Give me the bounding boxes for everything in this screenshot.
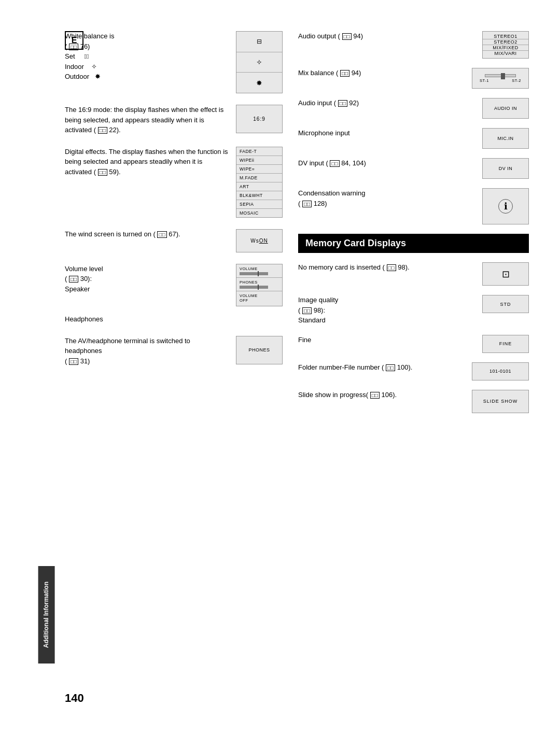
right-column: Audio output ( □□ 94) STEREO1 STEREO2 MI… <box>283 31 529 705</box>
audio-input-text: Audio input ( □□ 92) <box>298 98 475 108</box>
wson-label: WsON <box>250 238 268 244</box>
folder-number-display: 101-0101 <box>472 362 529 380</box>
av-headphone-section: The AV/headphone terminal is switched to… <box>65 336 283 366</box>
image-quality-fine-text: Fine <box>298 335 475 345</box>
av-display: PHONES <box>236 336 283 364</box>
volume-text: Volume level ( □□ 30): Speaker Headphone… <box>65 264 229 324</box>
audio-input-box: AUDIO IN <box>482 98 529 119</box>
digital-effects-text: Digital effects. The display flashes whe… <box>65 147 229 177</box>
audio-output-display: STEREO1 STEREO2 MIX/FIXED MIX/VARI <box>482 31 529 59</box>
condensation-icon: ℹ <box>498 199 513 214</box>
no-memory-display: ⊡ <box>482 262 529 286</box>
no-memory-text: No memory card is inserted ( □□ 98). <box>298 262 475 273</box>
mix-labels: ST-1 ST-2 <box>480 78 521 83</box>
volume-label: VOLUME <box>240 266 279 271</box>
effect-wipeii: WIPEii <box>236 156 282 165</box>
mix-bar-area <box>485 74 516 77</box>
image-quality-std-text: Image quality ( □□ 98): Standard <box>298 295 475 326</box>
phones-label: PHONES <box>240 280 279 285</box>
volume-speaker-row: VOLUME <box>236 264 282 278</box>
phones-bar <box>240 286 268 289</box>
microphone-text: Microphone input <box>298 128 475 138</box>
audio-output-section: Audio output ( □□ 94) STEREO1 STEREO2 MI… <box>298 31 529 59</box>
wb-row-set: ⊟ <box>236 32 282 52</box>
audio-stereo1: STEREO1 <box>483 34 528 39</box>
mix-knob <box>501 73 505 79</box>
mode-169-section: The 16:9 mode: the display flashes when … <box>65 105 283 135</box>
audio-stereo2: STEREO2 <box>483 39 528 45</box>
image-quality-std-display: STD <box>482 295 529 313</box>
microphone-label: MIC.IN <box>498 136 514 141</box>
digital-effects-display: FADE-T WIPEii WIPE= M.FADE ART BLK&WHT S… <box>236 147 283 218</box>
content-area: White balance is ( □□ 76) Set ⊟⃞ Indoor … <box>65 31 529 705</box>
audio-input-section: Audio input ( □□ 92) AUDIO IN <box>298 98 529 119</box>
mix-balance-text: Mix balance ( □□ 94) <box>298 68 465 78</box>
audio-mixvari: MIX/VARI <box>483 51 528 56</box>
condensation-display: ℹ <box>482 188 529 224</box>
effect-mosaic: MOSAIC <box>236 209 282 217</box>
wb-row-indoor: ✧ <box>236 52 282 73</box>
sidebar-label-text: Additional Information <box>38 566 55 664</box>
volume-bar <box>240 272 268 275</box>
memory-card-heading: Memory Card Displays <box>298 234 529 253</box>
av-headphone-text: The AV/headphone terminal is switched to… <box>65 336 229 366</box>
image-quality-std-section: Image quality ( □□ 98): Standard STD <box>298 295 529 326</box>
mode-169-display: 16:9 <box>236 105 283 133</box>
white-balance-section: White balance is ( □□ 76) Set ⊟⃞ Indoor … <box>65 31 283 93</box>
std-label: STD <box>500 302 511 307</box>
mix-balance-section: Mix balance ( □□ 94) ST-1 ST-2 <box>298 68 529 89</box>
audio-mixfixed: MIX/FIXED <box>483 45 528 51</box>
digital-effects-section: Digital effects. The display flashes whe… <box>65 147 283 218</box>
effect-art: ART <box>236 182 282 191</box>
folder-number-label: 101-0101 <box>489 369 511 374</box>
dv-input-label: DV IN <box>499 166 513 171</box>
mix-st2: ST-2 <box>512 78 521 83</box>
condensation-text: Condensation warning( □□ 128) <box>298 188 475 208</box>
effect-fade-t: FADE-T <box>236 147 282 156</box>
wb-row-outdoor: ✸ <box>236 73 282 93</box>
no-memory-icon: ⊡ <box>502 269 510 280</box>
slideshow-text: Slide show in progress( □□ 106). <box>298 390 465 400</box>
no-memory-section: No memory card is inserted ( □□ 98). ⊡ <box>298 262 529 286</box>
mix-balance-display: ST-1 ST-2 <box>472 68 529 89</box>
image-quality-fine-box: FINE <box>482 335 529 353</box>
wson-display: WsON <box>236 229 283 252</box>
mode-169-text: The 16:9 mode: the display flashes when … <box>65 105 229 135</box>
slideshow-display: SLIDE SHOW <box>472 390 529 413</box>
wind-screen-text: The wind screen is turned on ( □□ 67). <box>65 229 229 239</box>
condensation-section: Condensation warning( □□ 128) ℹ <box>298 188 529 224</box>
volume-display: VOLUME PHONES VOLUMEOFF <box>236 264 283 306</box>
effect-sepia: SEPIA <box>236 200 282 209</box>
mix-balance-box: ST-1 ST-2 <box>472 68 529 89</box>
dv-input-box: DV IN <box>482 158 529 179</box>
volume-off-label: VOLUMEOFF <box>240 293 279 303</box>
audio-input-display: AUDIO IN <box>482 98 529 119</box>
audio-output-list: STEREO1 STEREO2 MIX/FIXED MIX/VARI <box>482 31 529 59</box>
mode-169-label: 16:9 <box>253 116 265 122</box>
fine-label: FINE <box>499 341 512 346</box>
effect-mfade: M.FADE <box>236 174 282 182</box>
audio-output-text: Audio output ( □□ 94) <box>298 31 475 41</box>
left-column: White balance is ( □□ 76) Set ⊟⃞ Indoor … <box>65 31 283 705</box>
image-quality-fine-display: FINE <box>482 335 529 353</box>
dv-input-section: DV input ( □□ 84, 104) DV IN <box>298 158 529 179</box>
microphone-display: MIC.IN <box>482 128 529 149</box>
page-layout: Additional Information E White balance i… <box>31 31 529 705</box>
image-quality-std-box: STD <box>482 295 529 313</box>
av-label: PHONES <box>248 347 270 352</box>
folder-number-text: Folder number-File number ( □□ 100). <box>298 362 465 373</box>
effect-wipe: WIPE= <box>236 165 282 174</box>
volume-phones-row: PHONES <box>236 278 282 291</box>
wb-outdoor: Outdoor ✸ <box>65 73 101 80</box>
folder-number-section: Folder number-File number ( □□ 100). 101… <box>298 362 529 380</box>
dv-input-text: DV input ( □□ 84, 104) <box>298 158 475 168</box>
e-label: E <box>72 36 77 45</box>
dv-input-display: DV IN <box>482 158 529 179</box>
no-memory-box: ⊡ <box>482 262 529 286</box>
wind-screen-section: The wind screen is turned on ( □□ 67). W… <box>65 229 283 252</box>
volume-section: Volume level ( □□ 30): Speaker Headphone… <box>65 264 283 324</box>
mix-st1: ST-1 <box>480 78 489 83</box>
sidebar-label: Additional Information <box>31 566 62 664</box>
condensation-box: ℹ <box>482 188 529 224</box>
slideshow-box: SLIDE SHOW <box>472 390 529 413</box>
